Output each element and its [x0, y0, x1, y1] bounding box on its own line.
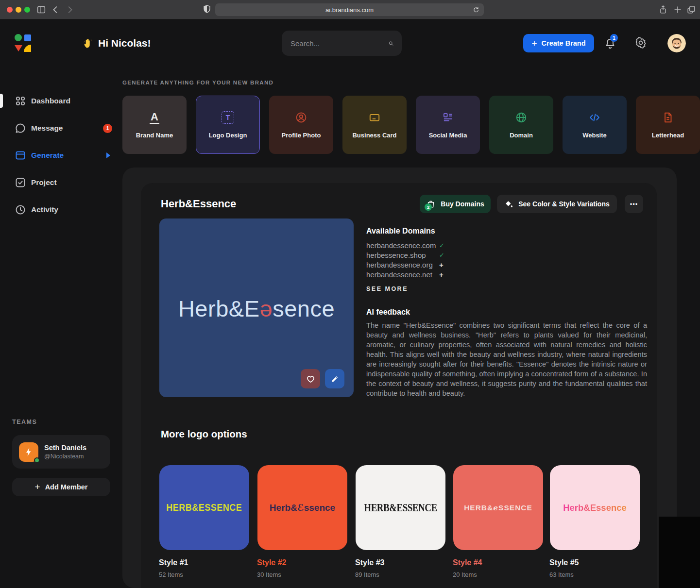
see-more-link[interactable]: SEE MORE [366, 286, 408, 292]
notifications-button[interactable]: 1 [604, 37, 616, 50]
style-label: Style #2 [257, 558, 286, 567]
logo-style-card-1[interactable]: HERB&ESSENCE [159, 465, 249, 550]
domain-name: herbandessence.com [366, 241, 439, 250]
browser-toolbar: ai.brandians.com [0, 0, 700, 19]
brand-name-icon: A [150, 111, 159, 124]
brand-name-title: Herb&Essence [161, 198, 236, 210]
generate-card-social-media[interactable]: Social Media [416, 96, 480, 154]
sidebar-toggle-icon[interactable] [36, 4, 47, 15]
style-label: Style #4 [453, 558, 482, 567]
style-item-count: 52 Items [159, 571, 183, 578]
style-label: Style #3 [355, 558, 384, 567]
share-icon[interactable] [658, 4, 668, 15]
message-badge: 1 [103, 124, 112, 133]
memoji-avatar [667, 34, 686, 52]
variations-label: See Color & Style Variations [518, 200, 610, 208]
style-label: Style #1 [159, 558, 188, 567]
project-icon [15, 177, 26, 188]
reload-icon[interactable] [472, 6, 480, 14]
domain-row: herbandessence.net + [366, 269, 454, 279]
create-brand-button[interactable]: + Create Brand [523, 34, 594, 52]
address-bar[interactable]: ai.brandians.com [215, 3, 484, 16]
activity-icon [15, 204, 26, 216]
window-minimize-button[interactable] [16, 7, 21, 13]
sidebar-item-generate[interactable]: Generate [0, 148, 121, 163]
document-icon [662, 111, 674, 124]
logo-square-shape [24, 34, 31, 41]
sidebar-item-label: Project [31, 178, 57, 187]
generate-card-logo-design[interactable]: T Logo Design [196, 96, 260, 154]
page-background-corner [659, 517, 700, 588]
pencil-icon [330, 374, 340, 384]
member-name: Seth Daniels [44, 444, 86, 452]
domain-row: herbandessence.org + [366, 260, 454, 269]
logo-glyph: ə [260, 296, 273, 321]
sidebar-item-project[interactable]: Project [0, 175, 121, 190]
teams-section-label: TEAMS [12, 419, 37, 425]
style-item-count: 30 Items [257, 571, 281, 578]
domain-count-badge: 2 [425, 203, 432, 211]
domain-available-check: ✓ [439, 242, 444, 249]
favorite-button[interactable] [301, 369, 320, 388]
dashboard-icon [15, 95, 26, 107]
sidebar-item-message[interactable]: Message 1 [0, 121, 121, 135]
logo-style-card-3[interactable]: HERB&ESSENCE [356, 465, 445, 550]
domain-name: herbandessence.net [366, 270, 439, 279]
generate-section-title: GENERATE ANYTHING FOR YOUR NEW BRAND [122, 80, 273, 85]
style-label: Style #5 [549, 558, 579, 567]
domain-add-button[interactable]: + [439, 261, 444, 269]
generate-card-letterhead[interactable]: Letterhead [636, 96, 700, 154]
available-domains-title: Available Domains [366, 227, 435, 235]
search-input[interactable] [290, 39, 388, 48]
sidebar-item-label: Generate [31, 151, 64, 160]
globe-icon [515, 111, 528, 124]
generate-card-profile-photo[interactable]: Profile Photo [269, 96, 333, 154]
ai-feedback-title: AI feedback [366, 308, 410, 317]
member-handle: @Nicolasteam [44, 453, 86, 460]
privacy-shield-icon[interactable] [202, 4, 212, 15]
logo-style-card-4[interactable]: HERB&ℯSSENCE [453, 465, 543, 550]
tab-overview-icon[interactable] [686, 4, 697, 15]
card-label: Letterhead [652, 132, 684, 139]
more-options-button[interactable]: ••• [625, 195, 643, 213]
sidebar-item-label: Activity [31, 205, 58, 214]
generate-card-business-card[interactable]: Business Card [342, 96, 407, 154]
generate-card-domain[interactable]: Domain [489, 96, 553, 154]
forward-button[interactable] [64, 4, 75, 15]
sidebar-item-dashboard[interactable]: Dashboard [0, 94, 121, 108]
more-logo-options-title: More logo options [161, 428, 247, 440]
domain-row: herbessence.shop ✓ [366, 250, 454, 260]
card-label: Logo Design [209, 132, 247, 139]
greeting-text: Hi Nicolas! [98, 37, 151, 49]
generate-card-brand-name[interactable]: A Brand Name [122, 96, 187, 154]
buy-domains-button[interactable]: 2 Buy Domains [420, 195, 491, 213]
settings-button[interactable] [634, 36, 647, 49]
generate-card-website[interactable]: Website [563, 96, 627, 154]
user-avatar[interactable] [667, 34, 686, 52]
new-tab-icon[interactable] [672, 4, 683, 15]
edit-button[interactable] [325, 369, 344, 388]
style-variations-button[interactable]: See Color & Style Variations [497, 195, 617, 213]
logo-wordmark: Herb&Eəsence [159, 295, 354, 322]
domain-name: herbessence.shop [366, 251, 439, 259]
domain-add-button[interactable]: + [439, 270, 444, 279]
sidebar-item-activity[interactable]: Activity [0, 202, 121, 217]
logo-style-card-5[interactable]: Herb&Essence [550, 465, 640, 550]
chevron-right-icon [106, 152, 110, 158]
style-logo-text: Herb&Essence [563, 503, 627, 513]
logo-style-card-2[interactable]: Herb&ℰssence [257, 465, 347, 550]
add-member-label: Add Member [45, 483, 88, 491]
style-logo-text: HERB&ℯSSENCE [464, 504, 532, 512]
plus-icon: + [531, 39, 537, 48]
back-button[interactable] [51, 4, 61, 15]
ai-feedback-text: The name "Herb&Essence" combines two sig… [366, 320, 647, 398]
window-zoom-button[interactable] [24, 7, 30, 13]
shopping-bag-icon: 2 [426, 199, 436, 209]
brandians-logo[interactable] [15, 34, 32, 52]
team-member-card[interactable]: Seth Daniels @Nicolasteam [12, 435, 110, 469]
card-label: Website [582, 132, 607, 139]
logo-circle-shape [15, 34, 22, 41]
add-member-button[interactable]: + Add Member [12, 478, 110, 496]
bolt-icon [23, 447, 34, 457]
window-close-button[interactable] [7, 7, 13, 13]
